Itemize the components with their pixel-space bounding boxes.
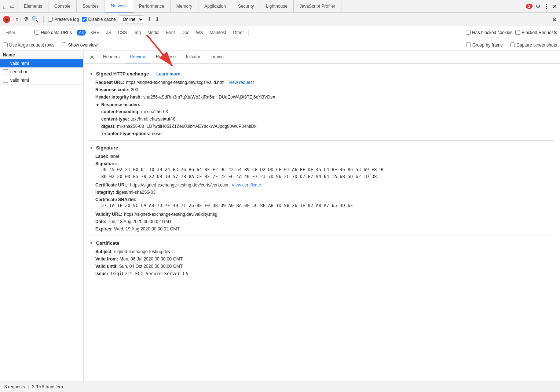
tab-application[interactable]: Application	[198, 0, 232, 12]
preserve-log-checkbox[interactable]	[48, 17, 53, 22]
close-detail-btn[interactable]: ✕	[87, 54, 97, 61]
throttle-select[interactable]: Online	[119, 15, 144, 23]
view-certificate-link[interactable]: View certificate	[232, 182, 261, 188]
signed-http-exchange-body: Request URL: https://signed-exchange-tes…	[89, 79, 554, 137]
learn-more-link[interactable]: Learn more	[156, 71, 180, 77]
close-devtools-icon[interactable]: ✕	[552, 3, 557, 10]
filter-media[interactable]: Media	[145, 30, 162, 36]
filter-other[interactable]: Other	[231, 30, 246, 36]
record-stop-btn[interactable]: ●	[3, 16, 10, 23]
tab-elements[interactable]: Elements	[18, 0, 48, 12]
filter-manifest[interactable]: Manifest	[208, 30, 228, 36]
request-url-row: Request URL: https://signed-exchange-tes…	[95, 79, 554, 86]
response-headers-header[interactable]: ▼ Response headers:	[95, 101, 554, 108]
file-icon-2	[3, 78, 8, 83]
tab-js-profiler[interactable]: JavaScript Profiler	[294, 0, 341, 12]
sub-tab-timing[interactable]: Timing	[206, 51, 228, 63]
tab-right-controls: 1 ⚙ ⋮ ✕	[523, 0, 560, 12]
tab-lighthouse[interactable]: Lighthouse	[260, 0, 294, 12]
settings-icon[interactable]: ⚙	[535, 3, 541, 10]
integrity-row: Integrity: digest/mi-sha256-03	[95, 189, 554, 196]
preserve-log-label[interactable]: Preserve log	[48, 17, 79, 22]
filter-bar: Hide data URLs All XHR JS CSS Img Media …	[0, 26, 560, 39]
settings-override-icon[interactable]: ⚙	[552, 16, 557, 22]
inspect-icon[interactable]: ⬚	[3, 3, 8, 9]
filter-doc[interactable]: Doc	[179, 30, 191, 36]
show-overview-checkbox[interactable]	[62, 42, 66, 47]
rh-value-2: mi-sha256-03=LB7wdlH051Z1Ze600lbYAEYsckW…	[117, 124, 259, 129]
triangle-icon-cert: ▼	[89, 241, 93, 245]
error-badge: 1	[526, 4, 532, 9]
validity-url-label: Validity URL:	[95, 212, 122, 217]
header-integrity-label: Header integrity hash:	[95, 95, 142, 100]
rh-field-1: content-type: text/html; charset=utf-8	[101, 115, 554, 123]
cert-sha256-value: 57 1A 1F 20 9C CA A9 7D 7F 49 71 26 BE F…	[101, 202, 353, 209]
filter-font[interactable]: Font	[164, 30, 177, 36]
large-request-rows-checkbox[interactable]	[3, 42, 8, 47]
device-icon[interactable]: ▭	[10, 3, 15, 9]
tab-security[interactable]: Security	[232, 0, 260, 12]
signature-body: Label: label Signature: 30 45 02 21 00 D…	[89, 153, 554, 233]
search-icon[interactable]: 🔍	[32, 16, 39, 23]
view-request-link[interactable]: View request	[228, 80, 254, 85]
filter-input[interactable]	[3, 29, 32, 36]
options-bar: Use large request rows Show overview Gro…	[0, 39, 560, 51]
has-blocked-cookies-label[interactable]: Has blocked cookies	[466, 30, 512, 35]
sidebar-item-2[interactable]: valid.html	[0, 76, 83, 85]
tab-console[interactable]: Console	[48, 0, 77, 12]
rh-label-3: x-content-type-options:	[101, 131, 150, 136]
sidebar-item-1[interactable]: cert.cbor	[0, 68, 83, 76]
more-icon[interactable]: ⋮	[543, 3, 549, 10]
cert-sha256-label: Certificate SHA256:	[95, 197, 136, 202]
cert-url-label: Certificate URL:	[95, 182, 129, 188]
disable-cache-checkbox[interactable]	[82, 17, 87, 22]
filter-css[interactable]: CSS	[116, 30, 129, 36]
sub-tab-initiator[interactable]: Initiator	[182, 51, 205, 63]
has-blocked-cookies-checkbox[interactable]	[466, 30, 471, 35]
disable-cache-label[interactable]: Disable cache	[82, 17, 116, 22]
sub-tab-response[interactable]: Response	[151, 51, 180, 63]
capture-screenshots-checkbox[interactable]	[510, 42, 515, 47]
rh-field-3: x-content-type-options: nosniff	[101, 130, 554, 137]
filter-js[interactable]: JS	[104, 30, 113, 36]
tab-performance[interactable]: Performance	[133, 0, 171, 12]
filter-all[interactable]: All	[77, 30, 86, 36]
tab-sources[interactable]: Sources	[77, 0, 105, 12]
sidebar-item-0[interactable]: valid.html	[0, 59, 83, 68]
certificate-section: ▼ Certificate Subject: signed-exchange-t…	[89, 237, 554, 277]
group-by-frame-checkbox[interactable]	[466, 42, 471, 47]
clear-btn[interactable]: ⊘	[13, 16, 21, 23]
signed-http-exchange-header[interactable]: ▼ Signed HTTP exchange Learn more	[89, 68, 554, 79]
filter-sep1	[74, 29, 74, 36]
hide-data-urls-label[interactable]: Hide data URLs	[34, 30, 72, 35]
detail-panel: ✕ Headers Preview Response Initiator Tim…	[84, 51, 560, 381]
filter-icon[interactable]: ⚗	[23, 16, 29, 23]
hide-data-urls-checkbox[interactable]	[34, 30, 39, 35]
response-code-row: Response code: 200	[95, 86, 554, 93]
sub-tab-headers[interactable]: Headers	[99, 51, 124, 63]
filter-img[interactable]: Img	[131, 30, 143, 36]
signed-http-exchange-title: Signed HTTP exchange	[96, 71, 149, 77]
sig-hex-line1: 30 45 02 21 00 D1 10 39 24 F3 76 A6 64 8…	[101, 166, 385, 173]
capture-screenshots-label[interactable]: Capture screenshots	[510, 42, 557, 48]
blocked-requests-label[interactable]: Blocked Requests	[515, 30, 557, 35]
blocked-requests-checkbox[interactable]	[515, 30, 520, 35]
filter-ws[interactable]: WS	[194, 30, 205, 36]
filter-xhr[interactable]: XHR	[88, 30, 102, 36]
tab-network[interactable]: Network	[105, 0, 133, 12]
show-overview-label[interactable]: Show overview	[62, 42, 98, 48]
group-by-frame-label[interactable]: Group by frame	[466, 42, 503, 48]
certificate-header[interactable]: ▼ Certificate	[89, 237, 554, 248]
status-sep: |	[28, 384, 29, 389]
file-icon-1	[3, 69, 8, 74]
export-icon[interactable]: ⬇	[155, 16, 160, 23]
transferred-size: 3.9 kB transferre	[32, 384, 65, 389]
import-icon[interactable]: ⬆	[147, 16, 152, 23]
cert-valid-until-row: Valid until: Sun, 04 Oct 2020 00:00:00 G…	[95, 263, 554, 270]
tab-memory[interactable]: Memory	[171, 0, 198, 12]
cert-url-value: https://signed-exchange-testing.dev/cert…	[130, 182, 229, 188]
large-request-rows-label[interactable]: Use large request rows	[3, 42, 54, 48]
sub-tab-preview[interactable]: Preview	[125, 51, 150, 63]
signature-header[interactable]: ▼ Signature	[89, 142, 554, 153]
response-code-label: Response code:	[95, 87, 129, 92]
